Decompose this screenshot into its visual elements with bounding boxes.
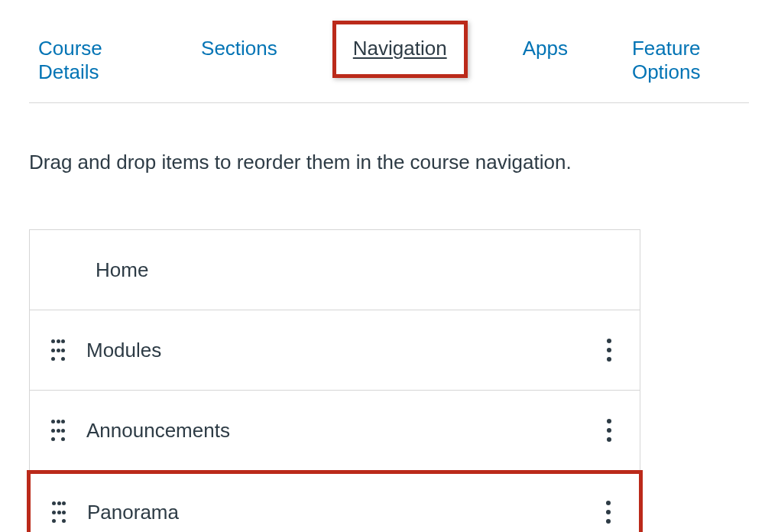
more-options-icon[interactable] — [606, 339, 612, 362]
nav-item-announcements[interactable]: Announcements — [30, 391, 640, 471]
tab-navigation[interactable]: Navigation — [336, 24, 464, 74]
tab-navigation-highlight: Navigation — [332, 21, 468, 78]
nav-list: Home Modules Announcements — [29, 229, 640, 532]
drag-handle-icon[interactable] — [51, 339, 65, 361]
tabs-row: Course Details Sections Navigation Apps … — [29, 24, 749, 103]
nav-item-label: Announcements — [86, 419, 606, 443]
nav-item-label: Modules — [86, 339, 606, 362]
nav-item-modules[interactable]: Modules — [30, 310, 640, 391]
nav-item-label: Home — [96, 258, 618, 282]
instruction-text: Drag and drop items to reorder them in t… — [29, 151, 749, 174]
more-options-icon[interactable] — [605, 501, 611, 524]
nav-item-label: Panorama — [87, 501, 605, 524]
drag-handle-icon[interactable] — [52, 501, 66, 523]
tab-sections[interactable]: Sections — [192, 24, 287, 79]
drag-handle-icon[interactable] — [51, 420, 65, 441]
nav-item-home[interactable]: Home — [30, 230, 640, 310]
nav-item-panorama[interactable]: Panorama — [27, 470, 643, 532]
tab-apps[interactable]: Apps — [514, 24, 577, 79]
more-options-icon[interactable] — [606, 419, 612, 442]
tab-feature-options[interactable]: Feature Options — [623, 24, 749, 102]
tab-course-details[interactable]: Course Details — [29, 24, 146, 102]
